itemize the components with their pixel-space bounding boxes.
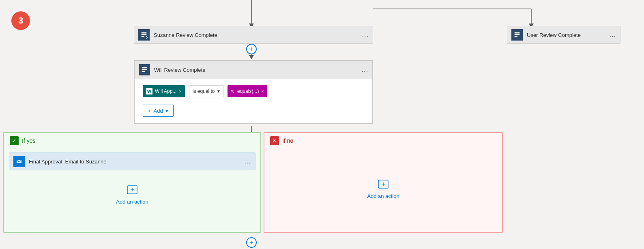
suzanne-card-menu[interactable]: ...	[362, 31, 369, 39]
review-icon	[140, 31, 148, 39]
suzanne-review-card[interactable]: Suzanne Review Complete ...	[134, 26, 373, 44]
condition-title: Will Review Complete	[154, 67, 358, 73]
svg-rect-15	[142, 71, 145, 72]
add-step-plus-bottom[interactable]: +	[246, 237, 257, 248]
condition-body: W Will App... × is equal to ▾ fx equals(…	[135, 79, 372, 123]
condition-add-row: + Add ▾	[143, 103, 364, 117]
condition-header: Will Review Complete ...	[135, 61, 372, 79]
svg-rect-26	[515, 36, 517, 37]
condition-tag-1[interactable]: W Will App... ×	[143, 85, 185, 97]
branch-no-container: ✕ If no Add an action	[264, 132, 503, 233]
svg-rect-9	[142, 32, 147, 34]
branch-no-header: ✕ If no	[264, 133, 502, 148]
condition-tag-3[interactable]: fx equals(...) ×	[228, 85, 267, 97]
svg-rect-14	[142, 69, 147, 70]
condition-card: Will Review Complete ... W Will App... ×…	[134, 60, 373, 124]
tag3-close[interactable]: ×	[261, 89, 264, 94]
svg-rect-25	[515, 34, 520, 35]
add-action-icon-no	[377, 179, 390, 191]
condition-operator[interactable]: is equal to ▾	[189, 85, 223, 97]
chevron-down-icon: ▾	[217, 88, 220, 94]
add-chevron-icon: ▾	[165, 108, 168, 114]
svg-marker-12	[146, 36, 148, 39]
checkmark-icon: ✓	[10, 136, 19, 145]
x-icon: ✕	[270, 136, 279, 145]
svg-rect-10	[142, 34, 147, 35]
add-action-icon-yes	[126, 185, 139, 196]
user-review-label: User Review Complete	[527, 32, 605, 38]
add-action-no[interactable]: Add an action	[361, 173, 406, 206]
final-approval-menu[interactable]: ...	[245, 158, 251, 165]
branch-yes-header: ✓ If yes	[4, 133, 260, 148]
suzanne-card-label: Suzanne Review Complete	[154, 32, 358, 38]
branch-yes-container: ✓ If yes Final Approval: Email to Suzann…	[3, 132, 261, 233]
svg-rect-13	[142, 67, 147, 69]
svg-rect-11	[142, 36, 144, 37]
suzanne-card-icon	[138, 29, 150, 41]
svg-marker-4	[249, 55, 254, 59]
add-action-yes[interactable]: Add an action	[109, 178, 155, 211]
outlook-icon	[13, 156, 25, 167]
condition-icon-svg	[141, 66, 148, 73]
svg-rect-24	[515, 32, 520, 34]
final-approval-card[interactable]: Final Approval: Email to Suzanne ...	[9, 152, 255, 170]
user-review-svg	[513, 31, 521, 39]
action-card-wrapper: Final Approval: Email to Suzanne ...	[9, 152, 255, 170]
final-approval-label: Final Approval: Email to Suzanne	[29, 159, 240, 165]
tag1-close[interactable]: ×	[179, 89, 181, 94]
user-review-card[interactable]: User Review Complete ...	[507, 26, 620, 44]
add-condition-button[interactable]: + Add ▾	[143, 105, 174, 117]
user-review-icon	[511, 29, 523, 41]
condition-menu[interactable]: ...	[362, 66, 368, 73]
add-step-plus-1[interactable]: +	[246, 44, 257, 54]
step-badge: 3	[11, 11, 30, 30]
user-review-menu[interactable]: ...	[610, 31, 616, 39]
workflow-canvas: 3 Suzanne Review Complete ... + Will Rev…	[0, 0, 644, 249]
condition-icon	[139, 64, 150, 75]
